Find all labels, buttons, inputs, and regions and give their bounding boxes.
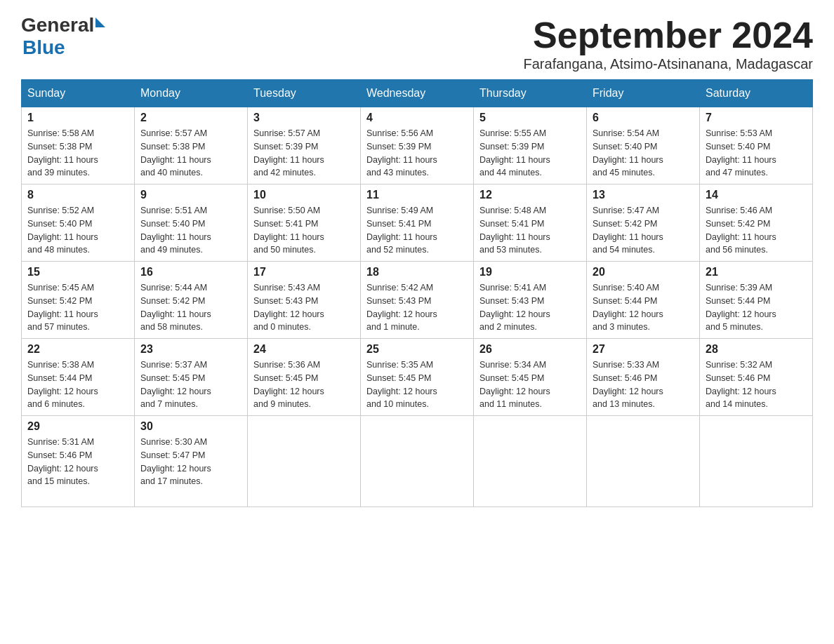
day-number: 2 (140, 112, 241, 124)
day-info: Sunrise: 5:34 AMSunset: 5:45 PMDaylight:… (479, 358, 581, 411)
calendar-day-cell: 24Sunrise: 5:36 AMSunset: 5:45 PMDayligh… (248, 339, 361, 416)
day-info: Sunrise: 5:57 AMSunset: 5:38 PMDaylight:… (140, 127, 241, 180)
logo-text-blue: Blue (22, 36, 65, 59)
calendar-day-cell: 19Sunrise: 5:41 AMSunset: 5:43 PMDayligh… (474, 262, 587, 339)
calendar-table: SundayMondayTuesdayWednesdayThursdayFrid… (21, 79, 813, 507)
day-info: Sunrise: 5:50 AMSunset: 5:41 PMDaylight:… (253, 204, 355, 257)
day-number: 14 (706, 189, 807, 201)
calendar-day-cell: 28Sunrise: 5:32 AMSunset: 5:46 PMDayligh… (700, 339, 813, 416)
calendar-day-cell: 23Sunrise: 5:37 AMSunset: 5:45 PMDayligh… (135, 339, 248, 416)
day-number: 12 (479, 189, 581, 201)
calendar-week-row: 1Sunrise: 5:58 AMSunset: 5:38 PMDaylight… (22, 107, 813, 185)
day-info: Sunrise: 5:41 AMSunset: 5:43 PMDaylight:… (479, 281, 581, 334)
day-info: Sunrise: 5:45 AMSunset: 5:42 PMDaylight:… (27, 281, 128, 334)
day-info: Sunrise: 5:56 AMSunset: 5:39 PMDaylight:… (366, 127, 468, 180)
day-number: 29 (27, 420, 128, 433)
title-section: September 2024 Farafangana, Atsimo-Atsin… (524, 14, 813, 72)
day-number: 7 (706, 112, 807, 124)
day-info: Sunrise: 5:46 AMSunset: 5:42 PMDaylight:… (706, 204, 807, 257)
day-info: Sunrise: 5:32 AMSunset: 5:46 PMDaylight:… (706, 358, 807, 411)
day-info: Sunrise: 5:43 AMSunset: 5:43 PMDaylight:… (253, 281, 355, 334)
day-info: Sunrise: 5:35 AMSunset: 5:45 PMDaylight:… (366, 358, 468, 411)
calendar-day-cell: 4Sunrise: 5:56 AMSunset: 5:39 PMDaylight… (361, 107, 474, 185)
location-title: Farafangana, Atsimo-Atsinanana, Madagasc… (524, 56, 813, 72)
calendar-week-row: 15Sunrise: 5:45 AMSunset: 5:42 PMDayligh… (22, 262, 813, 339)
day-number: 27 (593, 343, 694, 356)
calendar-day-cell: 12Sunrise: 5:48 AMSunset: 5:41 PMDayligh… (474, 185, 587, 262)
calendar-day-cell: 8Sunrise: 5:52 AMSunset: 5:40 PMDaylight… (22, 185, 135, 262)
calendar-day-header: Wednesday (361, 80, 474, 107)
day-number: 19 (479, 266, 581, 279)
calendar-day-cell (474, 416, 587, 507)
calendar-day-header: Saturday (700, 80, 813, 107)
day-number: 21 (706, 266, 807, 279)
calendar-day-cell: 5Sunrise: 5:55 AMSunset: 5:39 PMDaylight… (474, 107, 587, 185)
day-number: 3 (253, 112, 355, 124)
day-info: Sunrise: 5:30 AMSunset: 5:47 PMDaylight:… (140, 436, 241, 488)
calendar-day-cell: 6Sunrise: 5:54 AMSunset: 5:40 PMDaylight… (587, 107, 700, 185)
logo-text-general: General (21, 14, 94, 36)
day-number: 6 (593, 112, 694, 124)
calendar-day-cell (248, 416, 361, 507)
calendar-day-cell: 14Sunrise: 5:46 AMSunset: 5:42 PMDayligh… (700, 185, 813, 262)
day-info: Sunrise: 5:53 AMSunset: 5:40 PMDaylight:… (706, 127, 807, 180)
day-info: Sunrise: 5:36 AMSunset: 5:45 PMDaylight:… (253, 358, 355, 411)
day-info: Sunrise: 5:33 AMSunset: 5:46 PMDaylight:… (593, 358, 694, 411)
day-info: Sunrise: 5:48 AMSunset: 5:41 PMDaylight:… (479, 204, 581, 257)
calendar-week-row: 22Sunrise: 5:38 AMSunset: 5:44 PMDayligh… (22, 339, 813, 416)
day-info: Sunrise: 5:54 AMSunset: 5:40 PMDaylight:… (593, 127, 694, 180)
calendar-day-cell: 11Sunrise: 5:49 AMSunset: 5:41 PMDayligh… (361, 185, 474, 262)
day-number: 28 (706, 343, 807, 356)
logo: General Blue (21, 14, 105, 59)
calendar-day-cell: 1Sunrise: 5:58 AMSunset: 5:38 PMDaylight… (22, 107, 135, 185)
calendar-day-cell: 21Sunrise: 5:39 AMSunset: 5:44 PMDayligh… (700, 262, 813, 339)
calendar-week-row: 29Sunrise: 5:31 AMSunset: 5:46 PMDayligh… (22, 416, 813, 507)
day-number: 8 (27, 189, 128, 201)
day-info: Sunrise: 5:55 AMSunset: 5:39 PMDaylight:… (479, 127, 581, 180)
day-info: Sunrise: 5:44 AMSunset: 5:42 PMDaylight:… (140, 281, 241, 334)
day-info: Sunrise: 5:58 AMSunset: 5:38 PMDaylight:… (27, 127, 128, 180)
calendar-day-cell: 20Sunrise: 5:40 AMSunset: 5:44 PMDayligh… (587, 262, 700, 339)
day-number: 22 (27, 343, 128, 356)
day-info: Sunrise: 5:40 AMSunset: 5:44 PMDaylight:… (593, 281, 694, 334)
day-info: Sunrise: 5:47 AMSunset: 5:42 PMDaylight:… (593, 204, 694, 257)
calendar-day-cell: 25Sunrise: 5:35 AMSunset: 5:45 PMDayligh… (361, 339, 474, 416)
day-info: Sunrise: 5:49 AMSunset: 5:41 PMDaylight:… (366, 204, 468, 257)
calendar-day-cell: 15Sunrise: 5:45 AMSunset: 5:42 PMDayligh… (22, 262, 135, 339)
calendar-day-header: Friday (587, 80, 700, 107)
calendar-day-cell: 18Sunrise: 5:42 AMSunset: 5:43 PMDayligh… (361, 262, 474, 339)
day-number: 9 (140, 189, 241, 201)
day-number: 24 (253, 343, 355, 356)
day-info: Sunrise: 5:51 AMSunset: 5:40 PMDaylight:… (140, 204, 241, 257)
calendar-day-cell: 22Sunrise: 5:38 AMSunset: 5:44 PMDayligh… (22, 339, 135, 416)
calendar-day-header: Thursday (474, 80, 587, 107)
calendar-day-cell (700, 416, 813, 507)
calendar-day-cell: 10Sunrise: 5:50 AMSunset: 5:41 PMDayligh… (248, 185, 361, 262)
day-number: 5 (479, 112, 581, 124)
calendar-day-cell (361, 416, 474, 507)
calendar-day-cell: 9Sunrise: 5:51 AMSunset: 5:40 PMDaylight… (135, 185, 248, 262)
day-info: Sunrise: 5:31 AMSunset: 5:46 PMDaylight:… (27, 436, 128, 488)
calendar-day-cell: 13Sunrise: 5:47 AMSunset: 5:42 PMDayligh… (587, 185, 700, 262)
day-info: Sunrise: 5:52 AMSunset: 5:40 PMDaylight:… (27, 204, 128, 257)
calendar-day-header: Sunday (22, 80, 135, 107)
day-number: 20 (593, 266, 694, 279)
day-number: 16 (140, 266, 241, 279)
calendar-day-cell: 26Sunrise: 5:34 AMSunset: 5:45 PMDayligh… (474, 339, 587, 416)
calendar-day-header: Monday (135, 80, 248, 107)
calendar-week-row: 8Sunrise: 5:52 AMSunset: 5:40 PMDaylight… (22, 185, 813, 262)
calendar-day-cell: 27Sunrise: 5:33 AMSunset: 5:46 PMDayligh… (587, 339, 700, 416)
logo-triangle-icon (95, 18, 105, 27)
day-number: 15 (27, 266, 128, 279)
calendar-day-cell: 29Sunrise: 5:31 AMSunset: 5:46 PMDayligh… (22, 416, 135, 507)
calendar-day-cell: 7Sunrise: 5:53 AMSunset: 5:40 PMDaylight… (700, 107, 813, 185)
calendar-day-cell: 17Sunrise: 5:43 AMSunset: 5:43 PMDayligh… (248, 262, 361, 339)
day-number: 4 (366, 112, 468, 124)
calendar-day-header: Tuesday (248, 80, 361, 107)
calendar-day-cell: 16Sunrise: 5:44 AMSunset: 5:42 PMDayligh… (135, 262, 248, 339)
month-title: September 2024 (524, 14, 813, 56)
day-number: 11 (366, 189, 468, 201)
calendar-day-cell: 2Sunrise: 5:57 AMSunset: 5:38 PMDaylight… (135, 107, 248, 185)
day-number: 1 (27, 112, 128, 124)
calendar-day-cell (587, 416, 700, 507)
